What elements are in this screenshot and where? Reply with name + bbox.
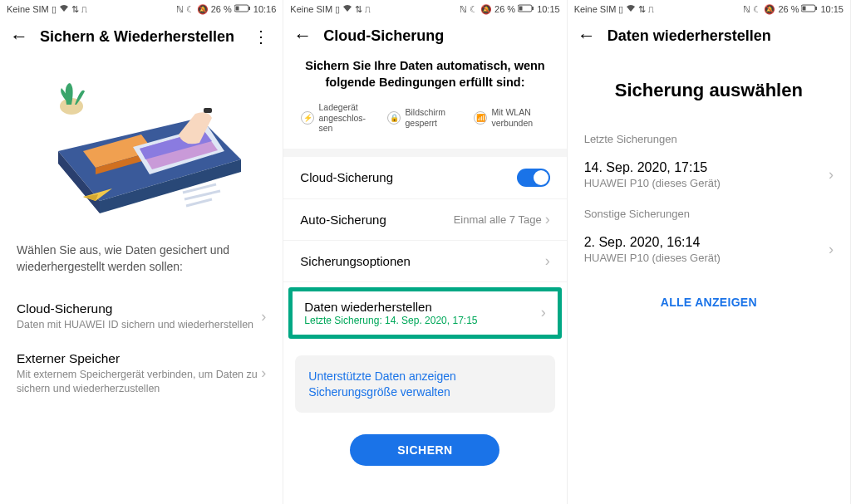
page-title: Cloud-Sicherung — [323, 27, 556, 45]
backup-device: HUAWEI P10 (dieses Gerät) — [584, 177, 721, 189]
option-title: Cloud-Sicherung — [17, 301, 261, 316]
conditions-row: ⚡ Ladegerät angeschlos-sen 🔒 Bildschirm … — [283, 99, 566, 149]
show-all-button[interactable]: ALLE ANZEIGEN — [568, 277, 850, 327]
condition-screen-locked: 🔒 Bildschirm gesperrt — [387, 102, 462, 134]
row-auto-backup[interactable]: Auto-Sicherung Einmal alle 7 Tage › — [283, 199, 566, 241]
chevron-right-icon: › — [541, 304, 546, 321]
back-icon[interactable]: ← — [10, 27, 28, 46]
highlighted-restore-row: Daten wiederherstellen Letzte Sicherung:… — [288, 287, 561, 339]
screen-cloud-backup: Keine SIM ▯ ⇅ ⎍ ℕ ☾ 🔕 26 % 10:15 ← Cloud… — [283, 0, 567, 504]
option-sub: Mit externem Speichergerät verbinden, um… — [17, 368, 261, 395]
chevron-right-icon: › — [545, 211, 550, 228]
sim-status: Keine SIM — [290, 4, 332, 14]
statusbar: Keine SIM ▯ ⇅ ⎍ ℕ ☾ 🔕 26 % 10:15 — [568, 0, 850, 18]
wifi-small-icon: 📶 — [474, 111, 487, 125]
restore-subtext: Letzte Sicherung: 14. Sep. 2020, 17:15 — [304, 315, 477, 326]
back-icon[interactable]: ← — [578, 27, 596, 45]
usb-icon: ⎍ — [648, 4, 654, 14]
battery-icon — [801, 4, 818, 14]
big-title: Sicherung auswählen — [568, 58, 850, 128]
link-card: Unterstützte Daten anzeigen Sicherungsgr… — [295, 355, 554, 413]
option-cloud-backup[interactable]: Cloud-Sicherung Daten mit HUAWEI ID sich… — [0, 291, 283, 341]
data-icon: ⇅ — [71, 4, 79, 15]
header: ← Cloud-Sicherung — [283, 18, 566, 58]
backup-item-1[interactable]: 14. Sep. 2020, 17:15 HUAWEI P10 (dieses … — [568, 150, 850, 203]
svg-rect-2 — [235, 7, 239, 11]
moon-icon: ☾ — [753, 4, 761, 15]
header: ← Sichern & Wiederherstellen ⋮ — [0, 18, 283, 60]
backup-device: HUAWEI P10 (dieses Gerät) — [584, 252, 721, 264]
mute-icon: 🔕 — [480, 4, 492, 15]
row-cloud-backup-toggle[interactable]: Cloud-Sicherung — [283, 157, 566, 199]
link-supported-data[interactable]: Unterstützte Daten anzeigen — [308, 369, 541, 383]
row-backup-options[interactable]: Sicherungsoptionen › — [283, 241, 566, 282]
svg-line-17 — [186, 199, 212, 206]
menu-icon[interactable]: ⋮ — [249, 27, 273, 46]
clock: 10:15 — [820, 4, 844, 14]
condition-wlan: 📶 Mit WLAN verbunden — [474, 102, 548, 134]
instructions: Sichern Sie Ihre Daten automatisch, wenn… — [283, 58, 566, 99]
page-title: Daten wiederherstellen — [608, 27, 840, 45]
toggle-on-icon[interactable] — [517, 169, 550, 187]
clock: 10:16 — [253, 4, 277, 14]
svg-rect-23 — [803, 7, 806, 11]
wifi-icon — [59, 4, 69, 14]
chevron-right-icon: › — [261, 308, 266, 325]
condition-charger: ⚡ Ladegerät angeschlos-sen — [301, 102, 376, 134]
svg-rect-20 — [519, 7, 523, 11]
data-icon: ⇅ — [355, 4, 362, 15]
battery-icon — [234, 4, 251, 14]
svg-rect-12 — [204, 108, 212, 113]
lock-icon: 🔒 — [387, 111, 401, 125]
setting-label: Sicherungsoptionen — [300, 254, 411, 268]
svg-rect-19 — [532, 7, 534, 10]
screen-backup-restore: Keine SIM ▯ ⇅ ⎍ ℕ ☾ 🔕 26 % 10:16 ← Siche… — [0, 0, 283, 504]
battery-pct: 26 % — [778, 4, 799, 14]
condition-label: Mit WLAN verbunden — [491, 107, 548, 128]
header: ← Daten wiederherstellen — [568, 18, 850, 58]
chevron-right-icon: › — [829, 241, 834, 258]
moon-icon: ☾ — [470, 4, 478, 15]
wifi-icon — [626, 4, 636, 14]
nfc-icon: ℕ — [743, 4, 750, 15]
page-title: Sichern & Wiederherstellen — [40, 28, 238, 46]
setting-label: Auto-Sicherung — [300, 213, 386, 227]
signal-icon: ▯ — [335, 4, 340, 15]
screen-restore-data: Keine SIM ▯ ⇅ ⎍ ℕ ☾ 🔕 26 % 10:15 ← Daten… — [568, 0, 851, 504]
statusbar: Keine SIM ▯ ⇅ ⎍ ℕ ☾ 🔕 26 % 10:15 — [283, 0, 566, 18]
back-icon[interactable]: ← — [293, 27, 312, 45]
svg-rect-1 — [248, 7, 250, 10]
svg-line-16 — [184, 191, 220, 199]
chevron-right-icon: › — [829, 166, 834, 183]
nfc-icon: ℕ — [176, 4, 184, 15]
signal-icon: ▯ — [618, 4, 623, 15]
option-title: Externer Speicher — [17, 351, 261, 366]
link-manage-size[interactable]: Sicherungsgröße verwalten — [308, 385, 541, 399]
condition-label: Bildschirm gesperrt — [405, 107, 462, 128]
condition-label: Ladegerät angeschlos-sen — [318, 102, 376, 134]
data-icon: ⇅ — [638, 4, 646, 15]
battery-pct: 26 % — [494, 4, 515, 14]
mute-icon: 🔕 — [764, 4, 775, 15]
setting-label: Cloud-Sicherung — [300, 170, 393, 184]
setting-value: Einmal alle 7 Tage — [454, 213, 542, 226]
illustration — [33, 68, 249, 218]
backup-date: 2. Sep. 2020, 16:14 — [584, 235, 721, 250]
section-other-backups: Sonstige Sicherungen — [568, 203, 850, 225]
wifi-icon — [342, 4, 352, 14]
mute-icon: 🔕 — [197, 4, 209, 15]
section-recent-backups: Letzte Sicherungen — [568, 128, 850, 150]
option-external-storage[interactable]: Externer Speicher Mit externem Speicherg… — [0, 341, 283, 405]
row-restore-data[interactable]: Daten wiederherstellen Letzte Sicherung:… — [293, 291, 557, 335]
separator — [283, 149, 566, 157]
plug-icon: ⚡ — [301, 111, 314, 125]
svg-rect-22 — [815, 7, 817, 10]
backup-button[interactable]: SICHERN — [350, 434, 499, 466]
moon-icon: ☾ — [186, 4, 194, 15]
chevron-right-icon: › — [261, 365, 266, 382]
usb-icon: ⎍ — [365, 4, 371, 14]
sim-status: Keine SIM — [574, 4, 617, 14]
nfc-icon: ℕ — [460, 4, 467, 15]
backup-item-2[interactable]: 2. Sep. 2020, 16:14 HUAWEI P10 (dieses G… — [568, 225, 850, 277]
option-sub: Daten mit HUAWEI ID sichern und wiederhe… — [17, 318, 261, 331]
